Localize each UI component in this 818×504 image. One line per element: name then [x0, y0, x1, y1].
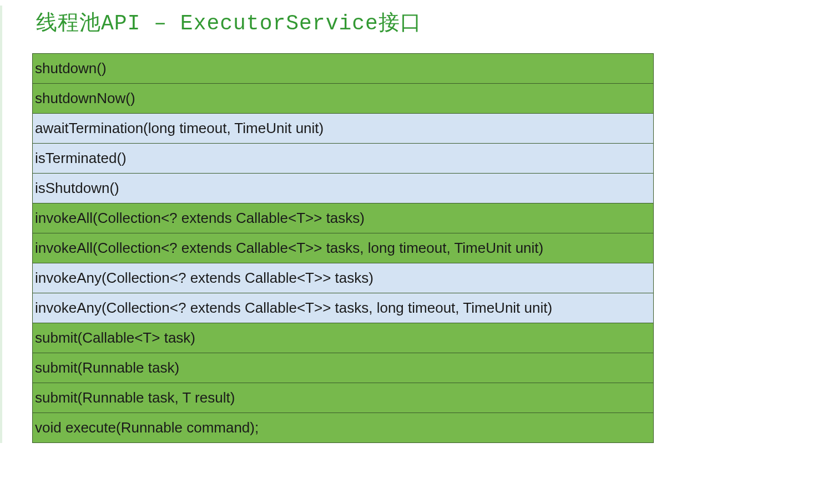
api-method-cell: awaitTermination(long timeout, TimeUnit …: [33, 114, 654, 144]
api-method-cell: isShutdown(): [33, 174, 654, 203]
api-table-body: shutdown() shutdownNow() awaitTerminatio…: [33, 54, 654, 443]
api-method-cell: invokeAll(Collection<? extends Callable<…: [33, 233, 654, 263]
table-row: invokeAll(Collection<? extends Callable<…: [33, 203, 654, 233]
api-method-cell: shutdownNow(): [33, 84, 654, 114]
api-method-cell: invokeAny(Collection<? extends Callable<…: [33, 293, 654, 323]
accent-bar: [0, 6, 2, 443]
table-row: invokeAll(Collection<? extends Callable<…: [33, 233, 654, 263]
api-method-cell: isTerminated(): [33, 144, 654, 174]
api-method-cell: invokeAll(Collection<? extends Callable<…: [33, 203, 654, 233]
table-row: invokeAny(Collection<? extends Callable<…: [33, 293, 654, 323]
api-method-cell: shutdown(): [33, 54, 654, 84]
api-method-cell: void execute(Runnable command);: [33, 413, 654, 443]
table-row: invokeAny(Collection<? extends Callable<…: [33, 263, 654, 293]
table-row: submit(Callable<T> task): [33, 323, 654, 353]
table-row: awaitTermination(long timeout, TimeUnit …: [33, 114, 654, 144]
table-row: isTerminated(): [33, 144, 654, 174]
api-table: shutdown() shutdownNow() awaitTerminatio…: [32, 53, 654, 443]
table-row: shutdown(): [33, 54, 654, 84]
table-row: isShutdown(): [33, 174, 654, 203]
page-title: 线程池API – ExecutorService接口: [0, 6, 818, 53]
api-method-cell: submit(Callable<T> task): [33, 323, 654, 353]
api-method-cell: submit(Runnable task): [33, 353, 654, 383]
slide-container: 线程池API – ExecutorService接口 shutdown() sh…: [0, 6, 818, 443]
table-row: void execute(Runnable command);: [33, 413, 654, 443]
api-table-wrapper: shutdown() shutdownNow() awaitTerminatio…: [32, 53, 654, 443]
api-method-cell: invokeAny(Collection<? extends Callable<…: [33, 263, 654, 293]
table-row: shutdownNow(): [33, 84, 654, 114]
api-method-cell: submit(Runnable task, T result): [33, 383, 654, 413]
table-row: submit(Runnable task, T result): [33, 383, 654, 413]
table-row: submit(Runnable task): [33, 353, 654, 383]
